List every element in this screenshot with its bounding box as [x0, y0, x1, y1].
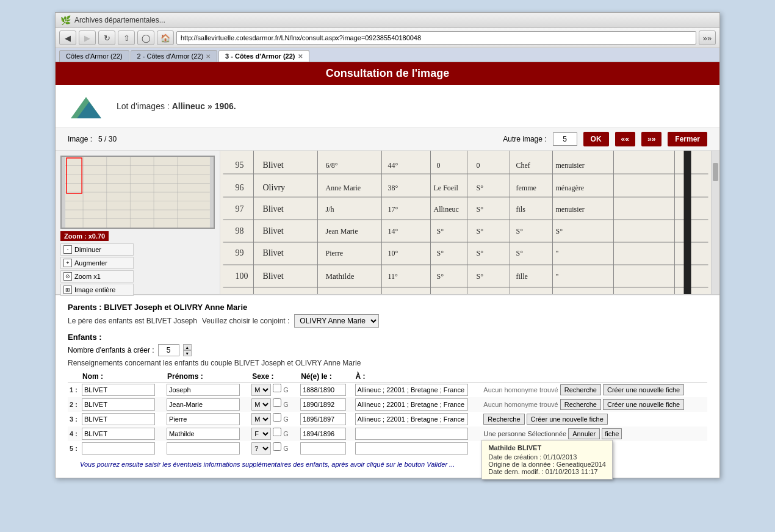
- row-2-a-input[interactable]: [355, 398, 468, 411]
- row-5-g-label: G: [283, 445, 289, 452]
- row-4-sexe-select[interactable]: MF?: [251, 428, 271, 440]
- tab-2-close[interactable]: ✕: [206, 53, 211, 60]
- row-4-num: 4 :: [68, 426, 80, 441]
- row-2-g-label: G: [283, 401, 289, 408]
- row-4-nee-input[interactable]: [300, 428, 346, 440]
- row-1-creer-btn[interactable]: Créer une nouvelle fiche: [603, 384, 684, 395]
- row-2-prenom-input[interactable]: [167, 398, 240, 411]
- svg-text:ménagère: ménagère: [556, 184, 585, 192]
- document-image: 95 Blivet 6/8° 44° 0 0 Chef menuisier 96…: [220, 151, 711, 294]
- count-input[interactable]: [158, 344, 179, 356]
- zoom1-button[interactable]: ⊙ Zoom x1: [60, 270, 134, 282]
- row-2-creer-btn[interactable]: Créer une nouvelle fiche: [603, 399, 684, 410]
- ok-button[interactable]: OK: [583, 132, 609, 146]
- tab-1[interactable]: Côtes d'Armor (22): [59, 50, 129, 62]
- row-1-recherche-btn[interactable]: Recherche: [560, 384, 601, 395]
- child-row-2: 2 : MF? G Aucun homonyme trouv: [68, 397, 707, 412]
- svg-text:S°: S°: [477, 227, 484, 235]
- svg-text:S°: S°: [516, 227, 524, 235]
- parents-header: Parents : BLIVET Joseph et OLIVRY Anne M…: [68, 303, 707, 312]
- row-1-checkbox[interactable]: [273, 384, 281, 392]
- svg-text:Anne Marie: Anne Marie: [326, 184, 361, 192]
- row-1-prenom-input[interactable]: [167, 384, 240, 396]
- prev-button[interactable]: ««: [615, 132, 635, 146]
- row-2-nee-input[interactable]: [300, 398, 346, 411]
- row-1-nom-cell: [80, 383, 165, 398]
- augmenter-button[interactable]: + Augmenter: [60, 257, 134, 269]
- row-5-sexe-select[interactable]: MF?: [251, 442, 271, 455]
- count-up-button[interactable]: ▲: [183, 344, 192, 350]
- address-bar[interactable]: [176, 31, 696, 45]
- row-3-a-input[interactable]: [355, 413, 468, 425]
- svg-text:95: 95: [236, 160, 244, 170]
- fermer-button[interactable]: Fermer: [668, 132, 707, 146]
- svg-text:Blivet: Blivet: [263, 160, 284, 170]
- svg-rect-17: [223, 151, 708, 294]
- row-5-nee-input[interactable]: [300, 442, 346, 455]
- svg-text:S°: S°: [477, 272, 484, 281]
- row-3-nom-input[interactable]: [82, 413, 155, 425]
- row-5-a-input[interactable]: [355, 442, 468, 455]
- nav-refresh-button[interactable]: ↻: [98, 31, 115, 45]
- nav-extra-button[interactable]: »»: [699, 31, 716, 45]
- tab-3-close[interactable]: ✕: [298, 53, 303, 60]
- svg-text:10°: 10°: [388, 249, 398, 257]
- row-2-homonyme: Aucun homonyme trouvé: [483, 401, 558, 408]
- row-4-fiche-btn[interactable]: fiche: [602, 428, 622, 439]
- nav-share-button[interactable]: ⇧: [118, 31, 135, 45]
- browser-title: Archives départementales...: [74, 16, 165, 24]
- col-a: À :: [353, 371, 482, 383]
- autre-image-input[interactable]: [553, 132, 577, 146]
- svg-text:38°: 38°: [388, 184, 398, 192]
- image-entiere-button[interactable]: ⊞ Image entière: [60, 284, 134, 296]
- row-5-prenom-input[interactable]: [167, 442, 240, 455]
- row-3-recherche-btn[interactable]: Recherche: [483, 414, 524, 425]
- row-2-nom-input[interactable]: [82, 398, 155, 411]
- tooltip-modif: Date dern. modif. : 01/10/2013 11:17: [488, 468, 606, 475]
- nav-stop-button[interactable]: ◯: [137, 31, 154, 45]
- svg-text:Mathilde: Mathilde: [326, 271, 355, 281]
- conjoint-select[interactable]: OLIVRY Anne Marie: [294, 314, 379, 328]
- row-4-annuler-btn[interactable]: Annuler: [568, 428, 600, 439]
- count-down-button[interactable]: ▼: [183, 350, 192, 356]
- renseignements-text: Renseignements concernant les enfants du…: [68, 359, 707, 367]
- svg-text:S°: S°: [477, 205, 484, 214]
- row-1-a-input[interactable]: [355, 384, 468, 396]
- next-button[interactable]: »»: [641, 132, 661, 146]
- row-2-checkbox[interactable]: [273, 398, 281, 407]
- row-5-checkbox[interactable]: [273, 442, 281, 451]
- row-1-nom-input[interactable]: [82, 384, 155, 396]
- svg-text:Blivet: Blivet: [263, 204, 284, 214]
- row-3-checkbox[interactable]: [273, 413, 281, 422]
- row-3-prenom-input[interactable]: [167, 413, 240, 425]
- augmenter-icon: +: [63, 259, 72, 267]
- row-5-nom-input[interactable]: [82, 442, 155, 455]
- row-4-prenom-input[interactable]: [167, 428, 240, 440]
- row-4-selected: Une personne Sélectionnée: [483, 430, 566, 437]
- diminuer-button[interactable]: - Diminuer: [60, 243, 134, 256]
- col-sexe: Sexe :: [250, 371, 298, 383]
- row-4-checkbox[interactable]: [273, 428, 281, 436]
- row-4-nom-input[interactable]: [82, 428, 155, 440]
- col-nee: Né(e) le :: [298, 371, 353, 383]
- tab-2[interactable]: 2 - Côtes d'Armor (22) ✕: [131, 50, 217, 62]
- child-row-3: 3 : MF? G Rec: [68, 412, 707, 426]
- svg-text:S°: S°: [477, 184, 484, 192]
- row-1-num: 1 :: [68, 383, 80, 398]
- row-1-sexe-select[interactable]: MF?: [251, 384, 271, 396]
- row-2-recherche-btn[interactable]: Recherche: [560, 399, 601, 410]
- row-1-nee-input[interactable]: [300, 384, 346, 396]
- tab-3[interactable]: 3 - Côtes d'Armor (22) ✕: [218, 50, 309, 62]
- row-4-a-input[interactable]: [355, 428, 468, 440]
- nav-forward-button[interactable]: ▶: [79, 31, 96, 45]
- nav-home-button[interactable]: 🏠: [157, 31, 174, 45]
- svg-text:S°: S°: [556, 227, 563, 235]
- row-3-sexe-select[interactable]: MF?: [251, 413, 271, 425]
- nav-back-button[interactable]: ◀: [59, 31, 76, 45]
- svg-text:97: 97: [236, 204, 244, 214]
- svg-text:fils: fils: [516, 205, 526, 214]
- row-2-num: 2 :: [68, 397, 80, 412]
- row-2-sexe-select[interactable]: MF?: [251, 398, 271, 411]
- row-3-creer-btn[interactable]: Créer une nouvelle fiche: [527, 414, 608, 425]
- row-3-nee-input[interactable]: [300, 413, 346, 425]
